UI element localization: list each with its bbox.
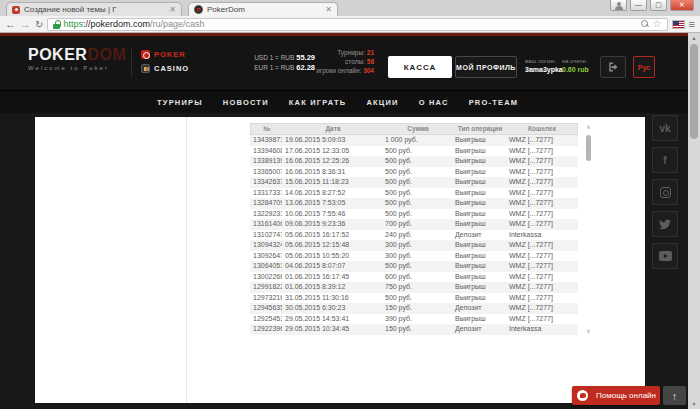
cashier-button[interactable]: КАССА (388, 56, 452, 78)
nav-item[interactable]: О НАС (419, 98, 449, 107)
address-bar[interactable]: https://pokerdom.com/ru/page/cash ☆ (47, 18, 667, 31)
scrollbar-down-icon[interactable]: ▼ (688, 399, 700, 409)
table-row[interactable]: 1292239629.05.2015 10:34:45150 руб.Депоз… (250, 324, 578, 335)
logout-button[interactable] (600, 56, 626, 78)
cell-type: Выигрыш (452, 188, 506, 199)
language-button[interactable]: Рус (633, 56, 655, 78)
scrollbar-thumb[interactable] (586, 135, 591, 161)
scroll-to-top-button[interactable]: ↑ (663, 386, 686, 405)
url-text[interactable]: https://pokerdom.com/ru/page/cash (63, 19, 637, 29)
cell-id: 13365007 (250, 167, 282, 178)
tab-title: PokerDom (207, 5, 321, 14)
scroll-up-icon[interactable]: ∧ (584, 123, 593, 131)
table-row[interactable]: 1334263715.06.2015 11:18:23500 руб.Выигр… (250, 177, 578, 188)
https-lock-icon[interactable] (53, 20, 60, 29)
column-header: Дата (283, 124, 383, 134)
nav-item[interactable]: НОВОСТИ (223, 98, 269, 107)
cell-type: Выигрыш (452, 209, 506, 220)
us-flag-icon[interactable] (672, 20, 685, 29)
table-row[interactable]: 1309432405.06.2015 12:15:48300 руб.Выигр… (250, 240, 578, 251)
page-scrollbar[interactable]: ▲ ▼ (688, 33, 700, 409)
close-tab-icon[interactable]: ✕ (169, 6, 176, 14)
cell-date: 14.06.2015 8:27:52 (282, 188, 382, 199)
casino-link[interactable]: CASINO (141, 63, 189, 74)
scroll-down-icon[interactable]: ∨ (584, 327, 593, 335)
nav-item[interactable]: АКЦИИ (366, 98, 398, 107)
table-row[interactable]: 1292545129.05.2015 14:53:41390 руб.Выигр… (250, 314, 578, 325)
cell-type: Выигрыш (452, 240, 506, 251)
nav-item[interactable]: PRO-TEAM (469, 98, 519, 107)
cell-wallet: WMZ [...7277] (506, 261, 576, 272)
online-help-button[interactable]: Помощь онлайн (572, 386, 660, 405)
cell-wallet: WMZ [...7277] (506, 209, 576, 220)
content-area: №ДатаСуммаТип операцииКошелек 1343987119… (0, 113, 700, 409)
cell-type: Депозит (452, 303, 506, 314)
cell-type: Выигрыш (452, 314, 506, 325)
cell-date: 05.06.2015 10:55:20 (282, 251, 382, 262)
pokerdom-logo[interactable]: POKERDOM Welcome to Poker (28, 47, 126, 71)
instagram-icon (660, 187, 671, 198)
close-tab-icon[interactable]: ✕ (325, 6, 332, 14)
lobby-stat-line: игроки онлайн: 304 (300, 66, 374, 75)
cell-type: Выигрыш (452, 293, 506, 304)
table-scrollbar[interactable]: ∧ ∨ (584, 123, 593, 335)
maximize-button[interactable]: ▢ (650, 0, 667, 11)
facebook-icon: f (663, 155, 666, 166)
page-scrollbar-thumb[interactable] (690, 44, 698, 139)
table-row[interactable]: 1338913916.06.2015 12:25:26500 руб.Выигр… (250, 156, 578, 167)
column-header: Тип операции (453, 124, 507, 134)
cell-id: 13002266 (250, 272, 282, 283)
cell-amount: 500 руб. (382, 146, 452, 157)
minimize-button[interactable]: — (630, 0, 647, 11)
cell-wallet: WMZ [...7277] (506, 135, 576, 146)
cell-date: 10.06.2015 7:55:46 (282, 209, 382, 220)
table-row[interactable]: 1309264705.06.2015 10:55:20300 руб.Выигр… (250, 251, 578, 262)
table-row[interactable]: 1310274705.06.2015 16:17:52240 руб.Депоз… (250, 230, 578, 241)
cell-id: 12945635 (250, 303, 282, 314)
table-row[interactable]: 1306405104.06.2015 8:07:07500 руб.Выигры… (250, 261, 578, 272)
cell-amount: 600 руб. (382, 272, 452, 283)
table-row[interactable]: 1316140609.06.2015 9:23:36700 руб.Выигры… (250, 219, 578, 230)
twitter-link[interactable] (652, 211, 678, 237)
browser-tab-pokerdom[interactable]: P PokerDom ✕ (188, 2, 338, 16)
table-row[interactable]: 1328470913.06.2015 7:53:05500 руб.Выигры… (250, 198, 578, 209)
back-icon[interactable]: ← (5, 17, 16, 32)
vk-link[interactable]: vk (652, 115, 678, 141)
my-profile-button[interactable]: МОЙ ПРОФИЛЬ (455, 56, 517, 78)
search-icon[interactable] (641, 20, 650, 29)
table-row[interactable]: 1343987119.06.2015 5:09:031 000 руб.Выиг… (250, 135, 578, 146)
cell-amount: 390 руб. (382, 314, 452, 325)
table-row[interactable]: 1294563530.05.2015 6:30:23150 руб.Депози… (250, 303, 578, 314)
table-row[interactable]: 1322923110.06.2015 7:55:46500 руб.Выигры… (250, 209, 578, 220)
scrollbar-up-icon[interactable]: ▲ (688, 33, 700, 43)
facebook-link[interactable]: f (652, 147, 678, 173)
profile-avatar-button[interactable] (610, 0, 627, 11)
table-row[interactable]: 1336500716.06.2015 8:36:31500 руб.Выигры… (250, 167, 578, 178)
cell-id: 13161406 (250, 219, 282, 230)
poker-link[interactable]: POKER (141, 49, 189, 60)
close-window-button[interactable]: ✕ (670, 0, 694, 11)
site-page: POKERDOM Welcome to Poker POKER CASINO U… (0, 33, 700, 409)
browser-menu-icon[interactable]: ≡ (689, 18, 695, 30)
cell-type: Выигрыш (452, 219, 506, 230)
browser-tab-forum[interactable]: Создание новой темы | Г ✕ (6, 2, 182, 16)
table-row[interactable]: 1297321631.05.2015 11:30:16500 руб.Выигр… (250, 293, 578, 304)
cell-amount: 240 руб. (382, 230, 452, 241)
cell-id: 12925451 (250, 314, 282, 325)
cell-id: 13342637 (250, 177, 282, 188)
reload-icon[interactable]: ↻ (35, 17, 43, 32)
forward-icon[interactable]: → (20, 17, 31, 32)
nav-item[interactable]: КАК ИГРАТЬ (289, 98, 347, 107)
cell-amount: 150 руб. (382, 324, 452, 335)
social-links: vk f (652, 115, 678, 269)
instagram-link[interactable] (652, 179, 678, 205)
nav-item[interactable]: ТУРНИРЫ (157, 98, 203, 107)
youtube-link[interactable] (652, 243, 678, 269)
lobby-stats: Турниры: 21столы: 58игроки онлайн: 304 (300, 48, 374, 75)
youtube-icon (659, 251, 672, 261)
bookmark-star-icon[interactable]: ☆ (653, 18, 662, 30)
table-row[interactable]: 1299182201.06.2015 8:39:12750 руб.Выигры… (250, 282, 578, 293)
table-row[interactable]: 1300226601.06.2015 16:17:45600 руб.Выигр… (250, 272, 578, 283)
table-row[interactable]: 1331733714.06.2015 8:27:52500 руб.Выигры… (250, 188, 578, 199)
table-row[interactable]: 1339460817.06.2015 12:33:05500 руб.Выигр… (250, 146, 578, 157)
